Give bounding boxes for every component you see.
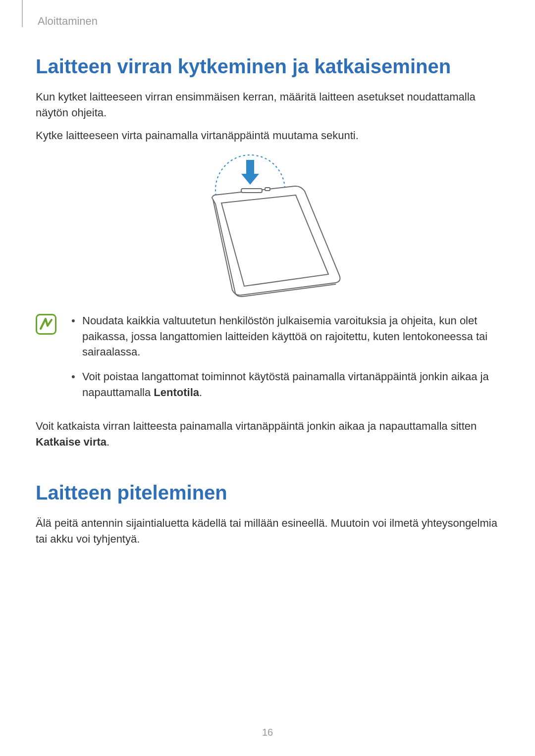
svg-marker-2 xyxy=(241,174,259,185)
note-bullet-2-bold: Lentotila xyxy=(154,386,199,399)
tablet-device-icon xyxy=(212,186,340,297)
note-block: Noudata kaikkia valtuutetun henkilöstön … xyxy=(36,313,499,409)
breadcrumb: Aloittaminen xyxy=(36,15,499,28)
note-text-column: Noudata kaikkia valtuutetun henkilöstön … xyxy=(70,313,499,409)
section-1-p3-bold: Katkaise virta xyxy=(36,436,107,448)
section-2-title: Laitteen piteleminen xyxy=(36,481,499,504)
page-number: 16 xyxy=(0,727,535,738)
section-1-title: Laitteen virran kytkeminen ja katkaisemi… xyxy=(36,54,499,78)
section-spacer xyxy=(36,457,499,481)
section-1-paragraph-1: Kun kytket laitteeseen virran ensimmäise… xyxy=(36,89,499,121)
note-bullet-1-text: Noudata kaikkia valtuutetun henkilöstön … xyxy=(82,314,487,358)
breadcrumb-bar: Aloittaminen xyxy=(36,15,499,30)
note-bullet-1: Noudata kaikkia valtuutetun henkilöstön … xyxy=(70,313,499,360)
note-icon xyxy=(36,314,56,335)
section-1-paragraph-2: Kytke laitteeseen virta painamalla virta… xyxy=(36,128,499,144)
section-2-paragraph-1: Älä peitä antennin sijaintialuetta kädel… xyxy=(36,515,499,547)
section-1-p3-c: . xyxy=(107,436,109,448)
section-1-p3-a: Voit katkaista virran laitteesta painama… xyxy=(36,420,477,432)
svg-rect-4 xyxy=(265,188,270,191)
svg-rect-5 xyxy=(37,314,56,334)
breadcrumb-divider xyxy=(22,0,23,27)
tablet-illustration xyxy=(186,152,349,301)
svg-rect-3 xyxy=(241,189,262,193)
arrow-down-icon xyxy=(241,160,259,185)
note-list: Noudata kaikkia valtuutetun henkilöstön … xyxy=(70,313,499,401)
note-bullet-2-text-a: Voit poistaa langattomat toiminnot käytö… xyxy=(82,370,489,399)
figure-power-on xyxy=(36,152,499,301)
note-icon-column xyxy=(36,313,58,409)
note-bullet-2-text-c: . xyxy=(199,386,202,399)
svg-rect-1 xyxy=(246,160,254,174)
note-bullet-2: Voit poistaa langattomat toiminnot käytö… xyxy=(70,369,499,401)
document-page: Aloittaminen Laitteen virran kytkeminen … xyxy=(0,0,535,756)
section-1-paragraph-3: Voit katkaista virran laitteesta painama… xyxy=(36,418,499,450)
